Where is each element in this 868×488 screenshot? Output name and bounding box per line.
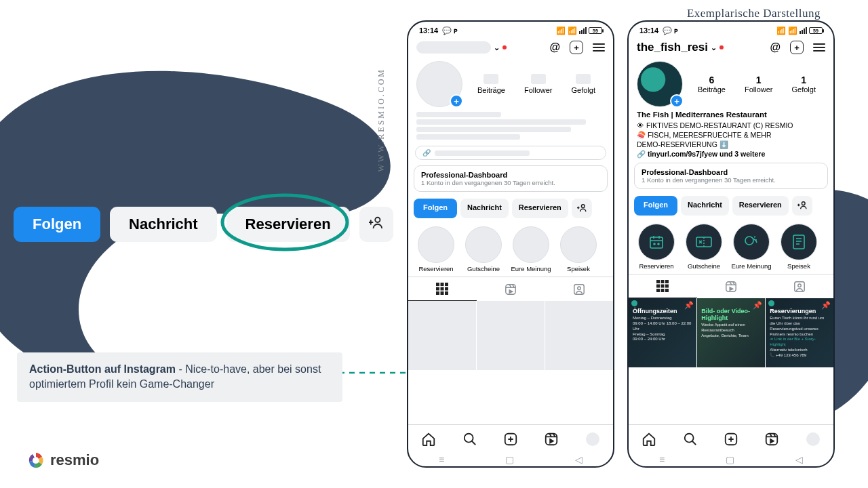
profile-header: ⌄ @ + bbox=[408, 37, 613, 58]
svg-rect-25 bbox=[793, 235, 804, 249]
highlight-menu-icon[interactable] bbox=[781, 224, 817, 260]
username-text: the_fish_resi bbox=[637, 41, 708, 54]
nav-reels-icon[interactable] bbox=[544, 432, 559, 447]
phone-mockup-skeleton: 13:14 💬 ᴘ 📶 📶 59 ⌄ @ + + Beiträge Follow… bbox=[407, 20, 614, 468]
post-tile[interactable]: 📌 Öffnungszeiten Montag – Donnerstag 09:… bbox=[629, 298, 696, 367]
bio-link-chip[interactable]: 🔗 bbox=[415, 146, 606, 160]
dashboard-title: Professional-Dashboard bbox=[642, 168, 821, 176]
followers-count-skeleton bbox=[531, 74, 546, 84]
follow-button-large[interactable]: Folgen bbox=[14, 207, 100, 242]
post-tile[interactable]: 📌 Bild- oder Video-Highlight Wecke Appet… bbox=[697, 298, 765, 367]
nav-search-icon[interactable] bbox=[462, 432, 477, 447]
post-placeholder[interactable] bbox=[408, 301, 476, 370]
nav-search-icon[interactable] bbox=[683, 432, 698, 447]
tab-reels[interactable] bbox=[697, 274, 766, 298]
add-story-icon[interactable]: + bbox=[450, 94, 463, 108]
bio-line: 👁 FIKTIVES DEMO-RESTAURANT (C) RESMIO bbox=[637, 121, 825, 130]
back-button-icon[interactable]: ◁ bbox=[795, 454, 803, 465]
highlight-voucher-icon[interactable] bbox=[686, 224, 722, 260]
home-button-icon[interactable]: ▢ bbox=[726, 454, 734, 465]
reserve-button[interactable]: Reservieren bbox=[512, 199, 568, 218]
post-placeholder[interactable] bbox=[477, 301, 545, 370]
svg-rect-32 bbox=[656, 289, 660, 292]
tab-reels[interactable] bbox=[477, 277, 545, 301]
chevron-down-icon: ⌄ bbox=[494, 43, 500, 52]
highlight-circle[interactable] bbox=[560, 226, 597, 263]
nav-create-icon[interactable] bbox=[724, 432, 738, 447]
svg-point-15 bbox=[577, 286, 580, 289]
posts-label: Beiträge bbox=[698, 85, 726, 94]
username-skeleton bbox=[416, 41, 491, 54]
threads-icon[interactable]: @ bbox=[770, 41, 781, 54]
highlight-feedback-icon[interactable] bbox=[733, 224, 770, 260]
nav-create-icon[interactable] bbox=[503, 432, 518, 447]
caption-top: Exemplarische Darstellung bbox=[687, 7, 821, 20]
home-button-icon[interactable]: ▢ bbox=[505, 454, 514, 465]
phone-mockup-filled: 13:14 💬 ᴘ 📶 📶 59 the_fish_resi ⌄ @ + + 6… bbox=[627, 20, 835, 468]
message-button[interactable]: Nachricht bbox=[460, 199, 509, 218]
highlight-circle[interactable] bbox=[513, 226, 549, 263]
reserve-button[interactable]: Reservieren bbox=[732, 196, 789, 216]
add-user-button[interactable] bbox=[572, 199, 592, 218]
professional-dashboard[interactable]: Professional-Dashboard 1 Konto in den ve… bbox=[414, 165, 608, 192]
add-user-button[interactable] bbox=[792, 196, 812, 216]
menu-icon[interactable] bbox=[813, 43, 825, 52]
highlight-label: Gutscheine bbox=[467, 265, 500, 272]
android-nav-bar: ≡▢◁ bbox=[408, 453, 613, 466]
svg-point-22 bbox=[658, 243, 659, 245]
back-button-icon[interactable]: ◁ bbox=[575, 454, 583, 465]
tab-grid[interactable] bbox=[629, 274, 697, 298]
nav-profile-icon[interactable] bbox=[585, 432, 600, 447]
highlight-reserve-icon[interactable] bbox=[638, 224, 675, 260]
avatar[interactable]: + bbox=[637, 61, 683, 107]
tab-tagged[interactable] bbox=[545, 277, 613, 301]
android-nav-bar: ≡▢◁ bbox=[629, 453, 833, 466]
svg-rect-7 bbox=[436, 287, 439, 291]
nav-home-icon[interactable] bbox=[642, 432, 656, 447]
follow-button[interactable]: Folgen bbox=[414, 199, 457, 218]
nav-profile-icon[interactable] bbox=[806, 432, 821, 447]
highlight-circle[interactable] bbox=[465, 226, 502, 263]
svg-rect-31 bbox=[665, 285, 669, 288]
add-user-button-large[interactable] bbox=[359, 207, 393, 242]
bio-link[interactable]: 🔗 tinyurl.com/9s7jfyew und 3 weitere bbox=[637, 149, 825, 159]
avatar[interactable]: + bbox=[416, 61, 462, 107]
message-button[interactable]: Nachricht bbox=[681, 196, 729, 216]
svg-point-16 bbox=[464, 433, 473, 442]
pin-icon: 📌 bbox=[684, 301, 694, 310]
nav-reels-icon[interactable] bbox=[764, 432, 779, 447]
tab-grid[interactable] bbox=[408, 277, 477, 301]
svg-rect-5 bbox=[441, 283, 444, 286]
recent-apps-icon[interactable]: ≡ bbox=[439, 454, 444, 465]
following-label: Gefolgt bbox=[572, 86, 595, 94]
nav-home-icon[interactable] bbox=[421, 432, 436, 447]
message-button-large[interactable]: Nachricht bbox=[110, 207, 216, 242]
svg-rect-33 bbox=[661, 289, 665, 292]
create-post-icon[interactable]: + bbox=[790, 41, 804, 54]
notification-dot-icon bbox=[719, 45, 724, 49]
post-tile[interactable]: 📌 Reservierungen Euren Tisch könnt ihr r… bbox=[766, 298, 833, 367]
side-url: WWW.RESMIO.COM bbox=[376, 68, 387, 172]
tab-tagged[interactable] bbox=[765, 274, 833, 298]
svg-point-37 bbox=[797, 284, 801, 287]
svg-rect-34 bbox=[665, 289, 669, 292]
username[interactable]: the_fish_resi ⌄ bbox=[637, 41, 724, 54]
highlights-row: Reservieren Gutscheine Eure Meinung Spei… bbox=[629, 220, 833, 270]
bio-name: The Fish | Mediterranes Restaurant bbox=[637, 110, 825, 121]
recent-apps-icon[interactable]: ≡ bbox=[659, 454, 665, 465]
menu-icon[interactable] bbox=[593, 43, 605, 52]
professional-dashboard[interactable]: Professional-Dashboard 1 Konto in den ve… bbox=[634, 163, 828, 189]
username[interactable]: ⌄ bbox=[416, 41, 507, 54]
threads-icon[interactable]: @ bbox=[549, 41, 560, 54]
create-post-icon[interactable]: + bbox=[570, 41, 583, 54]
post-placeholder[interactable] bbox=[545, 301, 613, 370]
highlight-circle[interactable] bbox=[418, 226, 454, 263]
svg-rect-8 bbox=[441, 287, 444, 291]
highlight-label: Eure Meinung bbox=[731, 262, 771, 270]
followers-label: Follower bbox=[524, 86, 553, 94]
following-count-skeleton bbox=[576, 74, 591, 84]
logo-mark-icon bbox=[27, 451, 45, 469]
add-story-icon[interactable]: + bbox=[670, 94, 684, 108]
follow-button[interactable]: Folgen bbox=[634, 196, 677, 216]
dashboard-title: Professional-Dashboard bbox=[421, 171, 600, 179]
